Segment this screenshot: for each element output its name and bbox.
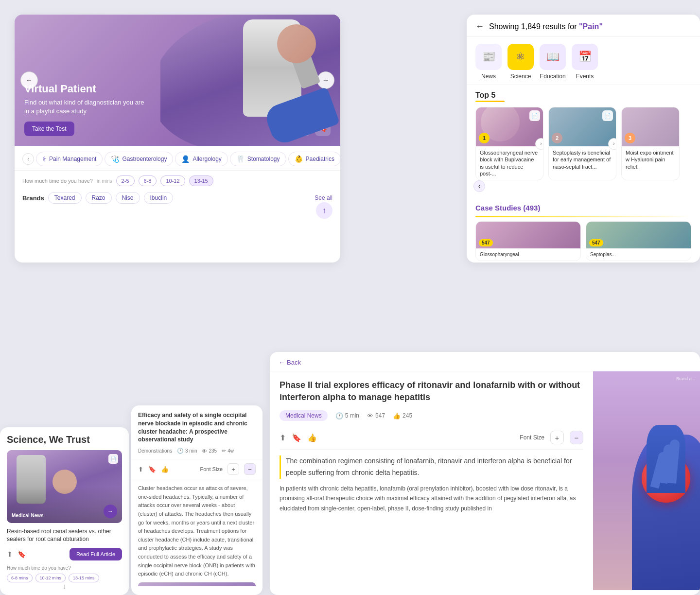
time-2-5[interactable]: 2-5	[116, 175, 135, 186]
cat-paediatrics[interactable]: 👶 Paediatrics	[288, 152, 340, 166]
brand-ibuclin[interactable]: Ibuclin	[144, 192, 174, 204]
detail-like-icon: 👍	[393, 412, 401, 420]
sci-time-1[interactable]: 6-8 mins	[7, 574, 33, 582]
detail-font-increase-button[interactable]: +	[550, 431, 564, 444]
detail-panel: ← Back Phase II trial explores efficacy …	[270, 352, 700, 595]
top5-card-1[interactable]: 1 📄 Glossopharyngeal nerve block with Bu…	[475, 107, 543, 180]
search-cat-events[interactable]: 📅 Events	[572, 44, 598, 80]
top5-card-3[interactable]: 3 Moist expo ointment w Hyaluroni pain r…	[621, 107, 680, 180]
font-decrease-button[interactable]: −	[244, 463, 256, 475]
search-cat-education[interactable]: 📖 Education	[540, 44, 566, 80]
science-category-icon: ⚛	[508, 44, 534, 70]
card2-text: Septoplasty is beneficial for early mana…	[549, 146, 616, 173]
cat-pain-label: Pain Management	[49, 156, 96, 162]
brand-razo[interactable]: Razo	[86, 192, 112, 204]
cat-gastroenterology[interactable]: 🩺 Gastroenterology	[105, 152, 173, 166]
article-time-value: 3 min	[185, 448, 197, 454]
top5-card-2[interactable]: 2 📄 Septoplasty is beneficial for early …	[548, 107, 616, 180]
top5-prev-button[interactable]: ‹	[473, 180, 485, 192]
clock-icon: 🕐	[177, 448, 184, 454]
detail-header: ← Back	[270, 352, 700, 371]
detail-time-value: 5 min	[345, 412, 359, 419]
read-full-article-button[interactable]: Read Full Article	[70, 548, 122, 560]
gastro-icon: 🩺	[111, 155, 119, 163]
top5-cards: 1 📄 Glossopharyngeal nerve block with Bu…	[475, 107, 691, 180]
time-10-12[interactable]: 10-12	[160, 175, 185, 186]
cs-divider	[475, 216, 691, 217]
case-studies-title: Case Studies (493)	[475, 204, 540, 212]
sci-share-icon[interactable]: ⬆	[7, 550, 13, 558]
article-views: 👁 235	[202, 448, 217, 454]
sci-time-row: How much time do you have?	[7, 565, 122, 571]
time-row: How much time do you have? in mins 2-5 6…	[15, 171, 340, 189]
brand-nise[interactable]: Nise	[116, 192, 140, 204]
article-time: 🕐 3 min	[177, 448, 197, 454]
detail-clock-icon: 🕐	[335, 412, 343, 420]
categories-row: ‹ ⚕ Pain Management 🩺 Gastroenterology 👤…	[15, 146, 340, 171]
article-bookmark-icon[interactable]: 🔖	[148, 466, 156, 473]
brand-texared[interactable]: Texared	[48, 192, 82, 204]
article-body-text: Cluster headaches occur as attacks of se…	[138, 484, 256, 578]
search-panel: ← Showing 1,849 results for "Pain" 📰 New…	[467, 15, 700, 262]
card3-image: 3	[622, 107, 679, 146]
see-all-brands[interactable]: See all	[315, 194, 332, 201]
hero-image: ← → Virtual Patient Find out what kind o…	[15, 15, 340, 146]
back-label: Back	[287, 359, 301, 366]
cat-allergy-label: Allergology	[192, 156, 221, 162]
search-back-arrow[interactable]: ←	[475, 21, 484, 32]
article-type: Demonstrations	[138, 448, 172, 454]
cat-pain-management[interactable]: ⚕ Pain Management	[36, 152, 103, 166]
science-content: Science, We Trust 📄 Medical News → Resin…	[0, 427, 129, 589]
detail-likes: 👍 245	[393, 412, 412, 420]
time-6-8[interactable]: 6-8	[139, 175, 157, 186]
detail-bookmark-icon[interactable]: 🔖	[292, 433, 301, 442]
back-button[interactable]: ← Back	[279, 359, 301, 366]
search-cat-science[interactable]: ⚛ Science	[508, 44, 534, 80]
detail-meta-row: Medical News 🕐 5 min 👁 547 👍 245	[280, 410, 583, 421]
cat-gastro-label: Gastroenterology	[122, 156, 167, 162]
sci-bookmark-icon[interactable]: 🔖	[18, 550, 26, 558]
time-13-15[interactable]: 13-15	[189, 175, 213, 186]
paed-icon: 👶	[295, 155, 303, 163]
sci-time-2[interactable]: 10-12 mins	[35, 574, 66, 582]
article-type-label: Demonstrations	[138, 448, 172, 454]
detail-font-decrease-button[interactable]: −	[570, 431, 583, 444]
cs-card1-img: 547	[476, 222, 580, 248]
detail-thumbs-up-icon[interactable]: 👍	[307, 433, 317, 442]
card1-arrow[interactable]: ›	[535, 138, 543, 150]
events-category-icon: 📅	[572, 44, 598, 70]
search-results-text: Showing 1,849 results for "Pain"	[489, 22, 603, 31]
detail-body: The combination regimen consisting of lo…	[280, 455, 583, 513]
pain-icon: ⚕	[42, 155, 46, 163]
detail-eye-icon: 👁	[367, 412, 373, 420]
detail-title: Phase II trial explores efficacy of rito…	[280, 379, 583, 403]
brands-left: Brands Texared Razo Nise Ibuclin	[22, 192, 173, 204]
sci-time-3[interactable]: 13-15 mins	[69, 574, 99, 582]
cat-prev-button[interactable]: ‹	[22, 153, 34, 165]
article-like-icon[interactable]: 👍	[161, 466, 169, 473]
font-size-label: Font Size	[200, 466, 223, 472]
scroll-up-button[interactable]: ↑	[316, 202, 332, 219]
detail-brand-aside: Brand a...	[676, 376, 695, 381]
take-test-button[interactable]: Take the Test	[24, 122, 74, 136]
sci-doc-icon: 📄	[108, 454, 118, 464]
cs-card-1[interactable]: 547 Glossopharyngeal	[475, 221, 581, 261]
article-meta: Demonstrations 🕐 3 min 👁 235 ✏ 4w	[138, 448, 256, 454]
news-category-icon: 📰	[475, 44, 502, 70]
card2-arrow[interactable]: ›	[608, 138, 616, 150]
article-share-icon[interactable]: ⬆	[138, 466, 143, 473]
cat-stomatology[interactable]: 🦷 Stomatology	[230, 152, 286, 166]
detail-share-icon[interactable]: ⬆	[280, 433, 286, 442]
sci-time-options: 6-8 mins 10-12 mins 13-15 mins	[7, 574, 122, 582]
detail-category-badge: Medical News	[280, 410, 328, 421]
article-panel: Efficacy and safety of a single occipita…	[131, 405, 262, 595]
sci-nav-button[interactable]: →	[104, 505, 117, 518]
cat-allergology[interactable]: 👤 Allergology	[175, 152, 228, 166]
case-studies-header: Case Studies (493)	[475, 204, 691, 212]
search-header: ← Showing 1,849 results for "Pain"	[467, 15, 700, 37]
article-age: ✏ 4w	[222, 448, 234, 454]
cs-card-2[interactable]: 547 Septoplas...	[586, 221, 691, 261]
sci-actions: ⬆ 🔖 Read Full Article	[7, 548, 122, 560]
search-cat-news[interactable]: 📰 News	[475, 44, 502, 80]
font-increase-button[interactable]: +	[228, 463, 239, 475]
